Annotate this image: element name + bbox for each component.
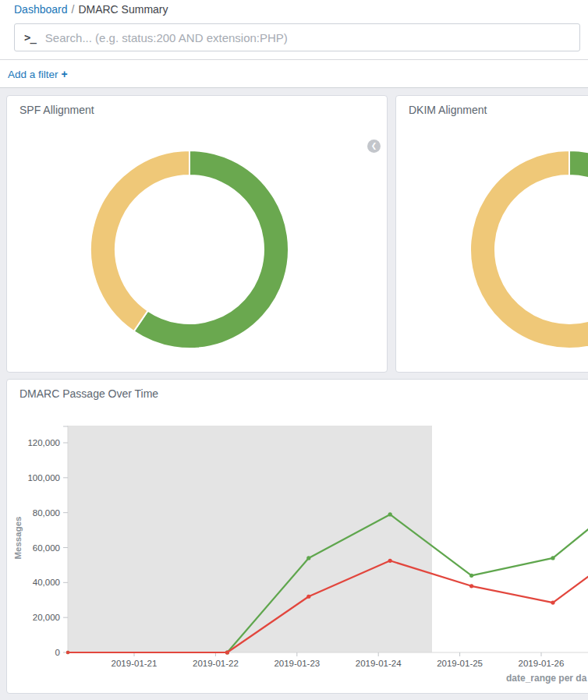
terminal-prompt-icon: >_ [15, 31, 45, 44]
svg-text:80,000: 80,000 [33, 508, 60, 518]
panel-spf-allignment: SPF Allignment ❮ [6, 95, 388, 373]
breadcrumb-separator: / [68, 3, 79, 16]
svg-text:0: 0 [55, 648, 60, 657]
legend-toggle-icon[interactable]: ❮ [367, 140, 381, 153]
breadcrumb-bar: Dashboard/DMARC Summary [0, 0, 588, 20]
dmarc-line-chart[interactable]: 020,00040,00060,00080,000100,000120,0002… [7, 380, 588, 695]
spf-donut-chart[interactable] [7, 96, 388, 373]
svg-text:2019-01-22: 2019-01-22 [193, 659, 239, 668]
svg-text:2019-01-23: 2019-01-23 [274, 659, 320, 668]
svg-text:60,000: 60,000 [33, 543, 60, 553]
breadcrumb-dashboard-link[interactable]: Dashboard [14, 3, 68, 16]
search-box[interactable]: >_ [14, 23, 580, 51]
svg-text:2019-01-21: 2019-01-21 [112, 659, 158, 668]
query-bar: >_ [0, 20, 588, 60]
add-filter-button[interactable]: Add a filter+ [8, 68, 68, 80]
svg-text:100,000: 100,000 [27, 473, 60, 483]
plus-icon: + [58, 68, 68, 80]
svg-text:40,000: 40,000 [33, 578, 60, 587]
page-title: DMARC Summary [78, 3, 168, 16]
search-input[interactable] [45, 31, 579, 44]
dkim-donut-chart[interactable] [396, 96, 588, 373]
svg-text:120,000: 120,000 [27, 438, 60, 447]
breadcrumb: Dashboard/DMARC Summary [0, 0, 588, 16]
dashboard-grid: SPF Allignment ❮ DKIM Alignment DMARC Pa… [0, 88, 588, 700]
kibana-dashboard-page: Dashboard/DMARC Summary >_ Add a filter+… [0, 0, 588, 700]
svg-text:2019-01-25: 2019-01-25 [437, 659, 483, 668]
x-axis-title: date_range per da [506, 673, 586, 684]
svg-text:20,000: 20,000 [33, 613, 60, 622]
panel-dmarc-passage: DMARC Passage Over Time Messages 020,000… [6, 379, 588, 694]
svg-text:2019-01-26: 2019-01-26 [519, 659, 565, 668]
svg-text:2019-01-24: 2019-01-24 [356, 659, 402, 668]
panel-dkim-alignment: DKIM Alignment [395, 95, 588, 373]
filter-bar: Add a filter+ [0, 61, 588, 88]
add-filter-label: Add a filter [8, 69, 58, 80]
